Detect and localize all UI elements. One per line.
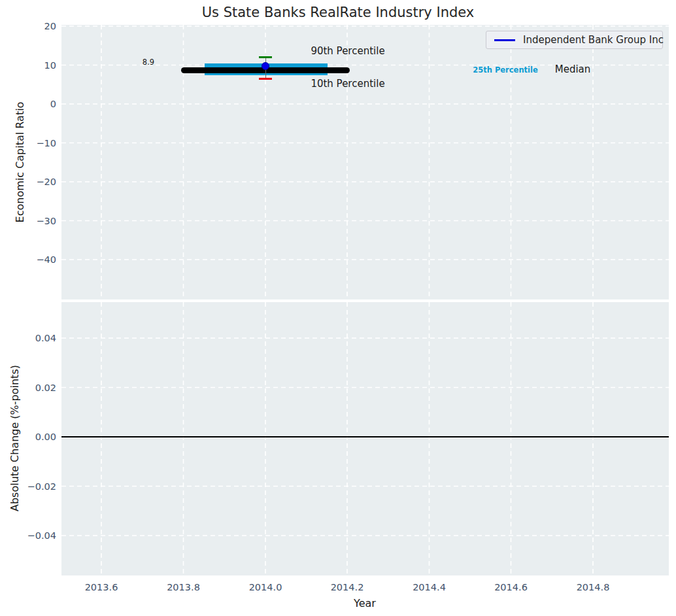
- p90-annotation: 90th Percentile: [296, 45, 400, 57]
- legend: Independent Bank Group Inc: [486, 31, 663, 49]
- ytick-label: −0.04: [4, 530, 56, 541]
- figure: Us State Banks RealRate Industry Index: [0, 0, 676, 616]
- x-axis-label: Year: [354, 597, 376, 609]
- ytick-label: 0.04: [4, 332, 56, 344]
- median-value-label: 8.9: [129, 58, 168, 67]
- xtick-label: 2013.6: [72, 581, 131, 593]
- legend-label: Independent Bank Group Inc: [523, 34, 664, 46]
- p90-cap: [259, 56, 272, 58]
- bottom-plot: [61, 302, 669, 575]
- p25-annotation: 25th Percentile: [460, 65, 551, 75]
- xtick-label: 2013.8: [154, 581, 213, 593]
- top-plot: 8.9 90th Percentile 10th Percentile 25th…: [61, 25, 669, 299]
- y-axis-label-top: Economic Capital Ratio: [14, 102, 26, 223]
- xtick-label: 2014.8: [564, 581, 622, 593]
- ytick-label: 10: [17, 60, 56, 71]
- ytick-label: 20: [17, 20, 56, 32]
- ytick-label: −40: [17, 254, 56, 265]
- xtick-label: 2014.4: [400, 581, 459, 593]
- median-annotation: Median: [540, 63, 605, 75]
- zero-line: [61, 436, 669, 437]
- legend-line-sample: [494, 39, 515, 41]
- xtick-label: 2014.6: [482, 581, 541, 593]
- p10-annotation: 10th Percentile: [296, 78, 400, 90]
- p10-cap: [259, 78, 272, 80]
- gridlines: [61, 302, 669, 575]
- xtick-label: 2014.2: [318, 581, 377, 593]
- figure-title: Us State Banks RealRate Industry Index: [0, 5, 676, 20]
- company-point: [262, 62, 269, 70]
- y-axis-label-bottom: Absolute Change (%-points): [8, 365, 21, 511]
- xtick-label: 2014.0: [236, 581, 295, 593]
